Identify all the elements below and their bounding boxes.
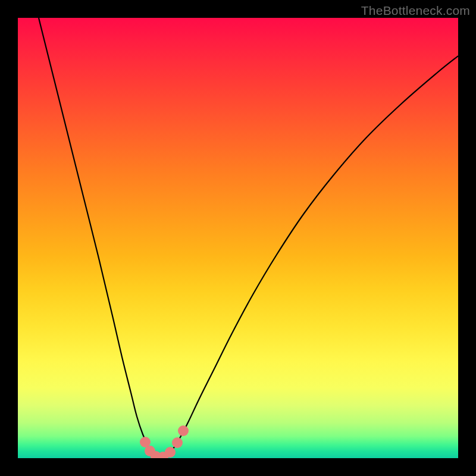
watermark-text: TheBottleneck.com [361,4,470,18]
trough-markers [140,425,189,458]
chart-frame: TheBottleneck.com [0,0,476,476]
trough-marker [178,425,189,436]
bottleneck-curve [18,18,458,458]
plot-area [18,18,458,458]
trough-marker [165,447,176,458]
curve-left [39,18,161,458]
trough-marker [172,437,183,448]
curve-right [161,56,458,458]
